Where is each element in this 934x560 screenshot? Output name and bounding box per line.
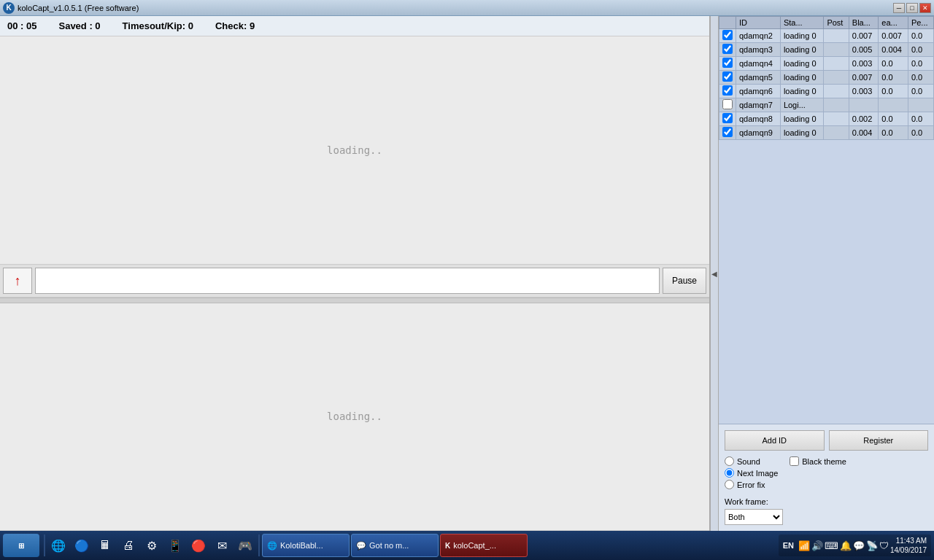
row-check-cell[interactable] [719,85,736,98]
upload-button[interactable]: ↑ [3,268,32,294]
minimize-button[interactable]: ─ [893,3,905,13]
taskbar-icon-opera[interactable]: 🔴 [187,534,210,557]
koloti-label: KolotiBabl... [280,541,323,550]
tray-icon-5[interactable]: 💬 [853,540,865,551]
black-theme-option[interactable]: Black theme [790,456,846,466]
error-fix-label: Error fix [737,481,765,489]
system-tray: EN 📶 🔊 ⌨ 🔔 💬 📡 🛡 11:43 AM 14/09/2017 [779,534,931,556]
row-id: qdamqn5 [736,71,781,85]
taskbar-icon-msg[interactable]: ✉ [210,534,234,557]
row-id: qdamqn8 [736,112,781,126]
row-bla: 0.007 [849,29,879,43]
close-button[interactable]: ✕ [919,3,931,13]
accounts-table: ID Sta... Post Bla... ea... Pe... qdamqn… [719,16,934,140]
pause-button[interactable]: Pause [663,268,706,294]
tray-icon-2[interactable]: 🔊 [811,540,823,551]
error-fix-option[interactable]: Error fix [725,480,778,489]
tray-datetime: 11:43 AM 14/09/2017 [890,536,927,555]
row-check-cell[interactable] [719,98,736,112]
row-pe: 0.0 [908,112,933,126]
tray-icon-7[interactable]: 🛡 [879,540,889,551]
collapse-button[interactable]: ◀ [710,16,719,531]
next-image-radio[interactable] [725,468,734,478]
row-checkbox[interactable] [722,71,733,82]
work-frame-select[interactable]: BothTopBottom [725,509,783,525]
taskbar-icon-print[interactable]: 🖨 [117,534,140,557]
row-check-cell[interactable] [719,126,736,140]
row-pe: 0.0 [908,57,933,71]
taskbar-divider1 [44,534,45,556]
row-bla: 0.002 [849,112,879,126]
row-post [824,57,849,71]
radio-options: Sound Next Image Error fix [725,456,778,491]
row-ea [879,98,908,112]
window-controls: ─ □ ✕ [893,3,931,13]
row-checkbox[interactable] [722,99,733,109]
error-fix-radio[interactable] [725,480,734,489]
next-image-option[interactable]: Next Image [725,468,778,478]
table-row: qdamqn5 loading 0 0.007 0.0 0.0 [719,71,934,85]
koloCaptRed-icon: K [445,542,450,550]
row-ea: 0.0 [879,71,908,85]
row-post [824,29,849,43]
register-button[interactable]: Register [829,430,929,451]
timeout-display: Timesout/Kip: 0 [123,20,193,31]
row-checkbox[interactable] [722,127,733,137]
accounts-table-container[interactable]: ID Sta... Post Bla... ea... Pe... qdamqn… [719,16,934,424]
taskbar-icon-chrome[interactable]: 🌐 [47,534,70,557]
taskbar-divider2 [258,534,260,556]
add-id-button[interactable]: Add ID [725,430,825,451]
row-check-cell[interactable] [719,57,736,71]
row-post [824,71,849,85]
row-post [824,98,849,112]
tray-icon-6[interactable]: 📡 [866,540,878,551]
tray-icon-1[interactable]: 📶 [798,540,810,551]
sound-radio[interactable] [725,456,734,466]
col-id: ID [736,17,781,29]
row-checkbox[interactable] [722,58,733,68]
taskbar-icon-chrome2[interactable]: 🔵 [70,534,93,557]
time-display: 00 : 05 [7,20,36,31]
row-checkbox[interactable] [722,113,733,123]
taskbar-icon-calc[interactable]: 🖩 [93,534,117,557]
row-post [824,112,849,126]
row-check-cell[interactable] [719,29,736,43]
start-button[interactable]: ⊞ [3,534,39,557]
row-ea: 0.0 [879,126,908,140]
row-ea: 0.0 [879,112,908,126]
input-field[interactable] [35,268,660,294]
black-theme-checkbox[interactable] [790,456,799,466]
taskbar-icon-garena[interactable]: 🎮 [234,534,257,557]
black-theme-label: Black theme [802,457,846,466]
koloti-icon: 🌐 [267,541,277,551]
taskbar-app-gotno[interactable]: 💬 Got no m... [351,534,439,557]
koloCaptRed-label: koloCapt_... [453,541,496,550]
tray-icon-3[interactable]: ⌨ [825,540,838,551]
sound-label: Sound [737,457,760,466]
taskbar-icon-nox[interactable]: 📱 [163,534,187,557]
row-bla: 0.003 [849,57,879,71]
row-ea: 0.0 [879,57,908,71]
row-id: qdamqn7 [736,98,781,112]
work-frame-section: Work frame: BothTopBottom [725,497,928,525]
taskbar-app-koloti[interactable]: 🌐 KolotiBabl... [262,534,350,557]
row-check-cell[interactable] [719,43,736,57]
maximize-button[interactable]: □ [906,3,918,13]
row-checkbox[interactable] [722,44,733,54]
row-status: loading 0 [780,29,824,43]
row-checkbox[interactable] [722,30,733,40]
row-ea: 0.004 [879,43,908,57]
gotno-icon: 💬 [356,541,366,551]
row-id: qdamqn4 [736,57,781,71]
col-pe: Pe... [908,17,933,29]
taskbar-icon-tool[interactable]: ⚙ [140,534,163,557]
table-row: qdamqn4 loading 0 0.003 0.0 0.0 [719,57,934,71]
row-check-cell[interactable] [719,112,736,126]
tray-icon-4[interactable]: 🔔 [840,540,852,551]
row-checkbox[interactable] [722,85,733,96]
sound-option[interactable]: Sound [725,456,778,466]
top-image-area: loading.. [0,36,709,265]
taskbar-app-koloCaptRed[interactable]: K koloCapt_... [440,534,528,557]
row-id: qdamqn9 [736,126,781,140]
row-check-cell[interactable] [719,71,736,85]
